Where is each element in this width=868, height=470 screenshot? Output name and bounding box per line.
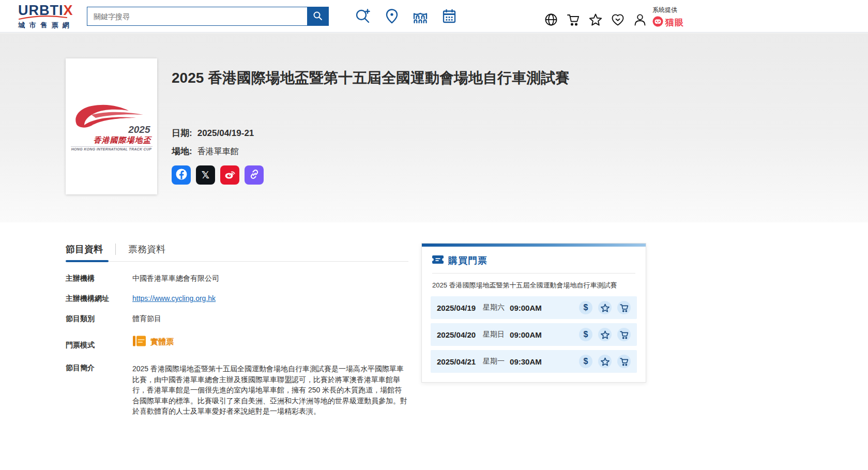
- search-bar: [87, 7, 329, 26]
- price-info-icon[interactable]: $: [579, 301, 592, 314]
- detail-row-synopsis: 節目簡介 2025 香港國際場地盃暨第十五屆全國運動會場地自行車測試賽是一場高水…: [66, 363, 408, 417]
- tab-programme-info[interactable]: 節目資料: [66, 243, 103, 255]
- poster-title-chinese: 香港國際場地盃: [71, 135, 153, 145]
- detail-row-ticket-mode: 門票模式 實體票: [66, 338, 408, 350]
- panel-title: 購買門票: [448, 254, 488, 267]
- detail-label: 主辦機構網址: [66, 294, 132, 304]
- buy-cart-icon[interactable]: [617, 301, 631, 314]
- session-time: 09:00AM: [510, 304, 542, 312]
- venue-label: 場地:: [172, 146, 192, 156]
- date-value: 2025/04/19-21: [197, 128, 254, 138]
- weibo-icon: [224, 168, 236, 183]
- system-provider: 系統提供 猫眼: [652, 6, 684, 29]
- urbtix-event-page: URBTIX 城市售票網: [0, 0, 868, 470]
- panel-bottom-spacer: [422, 377, 646, 382]
- poster-year: 2025: [71, 124, 153, 135]
- maoyan-logo[interactable]: 猫眼: [652, 16, 684, 29]
- tab-ticketing-info[interactable]: 票務資料: [128, 243, 165, 255]
- venue-building-icon[interactable]: [410, 6, 430, 26]
- event-poster: 2025 香港國際場地盃 HONG KONG INTERNATIONAL TRA…: [66, 58, 157, 194]
- poster-title-english: HONG KONG INTERNATIONAL TRACK CUP: [71, 146, 153, 151]
- tab-rule: [66, 261, 408, 262]
- facebook-share-button[interactable]: [172, 165, 191, 185]
- bookmark-star-icon[interactable]: [598, 301, 612, 314]
- detail-label: 門票模式: [66, 338, 132, 350]
- favorites-star-icon[interactable]: [588, 12, 603, 27]
- price-info-icon[interactable]: $: [579, 355, 592, 368]
- buy-cart-icon[interactable]: [617, 328, 631, 341]
- wishlist-heart-icon[interactable]: [610, 12, 626, 27]
- detail-tabs: 節目資料 票務資料: [66, 243, 165, 255]
- buy-cart-icon[interactable]: [617, 355, 631, 368]
- session-weekday: 星期一: [483, 357, 505, 366]
- search-icon: [313, 11, 323, 22]
- session-date: 2025/04/21: [437, 357, 476, 366]
- calendar-icon[interactable]: [439, 6, 459, 26]
- panel-header: 購買門票: [422, 247, 646, 273]
- detail-row-presenter: 主辦機構 中國香港單車總會有限公司: [66, 274, 408, 283]
- event-title: 2025 香港國際場地盃暨第十五屆全國運動會場地自行車測試賽: [172, 68, 782, 88]
- provider-label: 系統提供: [652, 6, 684, 14]
- active-tab-underline: [66, 260, 109, 262]
- session-row-3[interactable]: 2025/04/21 星期一 09:30AM $: [431, 350, 637, 373]
- ticket-mode-value: 實體票: [150, 337, 174, 347]
- detail-row-presenter-website: 主辦機構網址 https://www.cycling.org.hk: [66, 294, 408, 304]
- ticket-icon: [432, 255, 444, 266]
- session-row-2[interactable]: 2025/04/20 星期日 09:00AM $: [431, 323, 637, 346]
- session-row-1[interactable]: 2025/04/19 星期六 09:00AM $: [431, 296, 637, 319]
- search-button[interactable]: [307, 7, 328, 25]
- bookmark-star-icon[interactable]: [598, 328, 612, 341]
- maoyan-cat-icon: [652, 16, 663, 29]
- detail-label: 主辦機構: [66, 274, 132, 283]
- header: URBTIX 城市售票網: [0, 0, 868, 33]
- panel-event-name: 2025 香港國際場地盃暨第十五屆全國運動會場地自行車測試賽: [432, 281, 635, 290]
- event-date-line: 日期:2025/04/19-21: [172, 127, 254, 139]
- detail-value: 中國香港單車總會有限公司: [132, 274, 408, 283]
- session-date: 2025/04/20: [437, 330, 476, 339]
- session-time: 09:30AM: [510, 357, 542, 366]
- link-icon: [249, 169, 260, 182]
- advanced-search-icon[interactable]: [353, 6, 373, 26]
- venue-location-icon[interactable]: [382, 6, 402, 26]
- provider-name: 猫眼: [665, 17, 684, 28]
- session-weekday: 星期六: [483, 303, 505, 312]
- tab-divider: [115, 244, 116, 255]
- language-globe-icon[interactable]: [543, 12, 559, 27]
- copy-link-button[interactable]: [245, 165, 264, 185]
- purchase-tickets-panel: 購買門票 2025 香港國際場地盃暨第十五屆全國運動會場地自行車測試賽 2025…: [421, 243, 646, 383]
- x-icon: 𝕏: [202, 169, 209, 181]
- urbtix-logo-wordmark: URBTIX: [18, 3, 74, 18]
- date-label: 日期:: [172, 128, 192, 138]
- session-date: 2025/04/19: [437, 304, 476, 312]
- search-input[interactable]: [87, 7, 307, 25]
- detail-value: 體育節目: [132, 314, 408, 324]
- weibo-share-button[interactable]: [220, 165, 239, 185]
- venue-value: 香港單車館: [197, 147, 239, 156]
- facebook-icon: [175, 168, 188, 183]
- detail-row-category: 節目類別 體育節目: [66, 314, 408, 324]
- urbtix-logo[interactable]: URBTIX 城市售票網: [18, 3, 74, 30]
- bookmark-star-icon[interactable]: [598, 355, 612, 368]
- event-banner: 2025 香港國際場地盃 HONG KONG INTERNATIONAL TRA…: [0, 33, 868, 222]
- social-share-buttons: 𝕏: [172, 165, 264, 185]
- physical-ticket-icon: [132, 335, 146, 349]
- programme-synopsis: 2025 香港國際場地盃暨第十五屆全國運動會場地自行車測試賽是一場高水平國際單車…: [132, 363, 408, 417]
- detail-label: 節目類別: [66, 314, 132, 324]
- urbtix-logo-subtitle: 城市售票網: [18, 21, 74, 30]
- cart-icon[interactable]: [566, 12, 581, 27]
- session-weekday: 星期日: [483, 330, 505, 339]
- detail-label: 節目簡介: [66, 363, 132, 417]
- panel-divider: [432, 273, 635, 274]
- price-info-icon[interactable]: $: [579, 328, 592, 341]
- x-share-button[interactable]: 𝕏: [196, 165, 215, 185]
- presenter-website-link[interactable]: https://www.cycling.org.hk: [132, 294, 216, 302]
- session-time: 09:00AM: [510, 330, 542, 339]
- account-person-icon[interactable]: [632, 12, 648, 27]
- event-venue-line: 場地:香港單車館: [172, 145, 239, 157]
